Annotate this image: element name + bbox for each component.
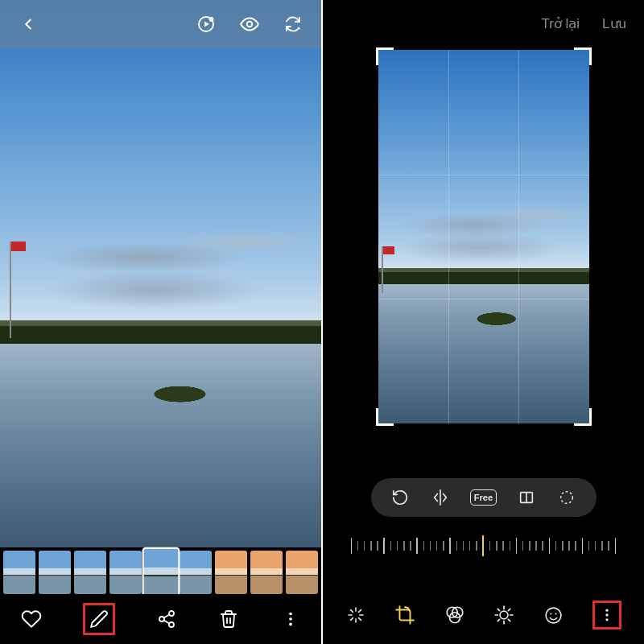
svg-line-32 — [498, 609, 500, 610]
thumbnail[interactable] — [180, 551, 212, 594]
editor-save-button[interactable]: Lưu — [602, 15, 626, 32]
crop-handle-br[interactable] — [574, 408, 592, 426]
editor-header: Trở lại Lưu — [323, 0, 644, 47]
auto-enhance-button[interactable] — [345, 605, 366, 625]
favorite-button[interactable] — [21, 609, 42, 630]
svg-line-7 — [163, 621, 169, 624]
editor-more-button-highlighted[interactable] — [592, 601, 621, 630]
share-button[interactable] — [156, 609, 177, 630]
view-eye-icon[interactable] — [239, 14, 260, 35]
flagpole-detail — [10, 242, 11, 338]
svg-point-9 — [289, 613, 292, 616]
svg-point-41 — [606, 618, 609, 621]
svg-point-27 — [500, 611, 508, 619]
thumbnail[interactable] — [39, 551, 71, 594]
crop-handle-tr[interactable] — [574, 47, 592, 65]
rule-of-thirds-grid — [378, 50, 589, 423]
svg-line-35 — [509, 609, 510, 610]
svg-line-33 — [509, 619, 510, 621]
svg-line-22 — [350, 618, 353, 621]
photo-viewer-screen — [0, 0, 321, 644]
video-play-icon[interactable] — [196, 14, 217, 35]
svg-point-10 — [289, 617, 292, 621]
svg-point-3 — [247, 22, 253, 27]
flag-detail — [383, 246, 394, 254]
svg-line-8 — [163, 615, 169, 618]
ruler-center-marker — [482, 535, 484, 556]
delete-button[interactable] — [218, 609, 239, 630]
editor-back-button[interactable]: Trở lại — [541, 15, 580, 32]
crop-handle-tl[interactable] — [376, 47, 394, 65]
thumbnail[interactable] — [109, 551, 142, 594]
flag-detail — [11, 242, 26, 251]
svg-point-15 — [560, 492, 572, 504]
svg-line-34 — [498, 619, 500, 621]
crop-canvas[interactable] — [378, 50, 589, 423]
lasso-button[interactable] — [556, 487, 577, 508]
main-photo[interactable] — [0, 0, 321, 547]
crop-tool-pill: Free — [371, 478, 597, 517]
svg-line-23 — [358, 610, 361, 613]
svg-point-40 — [606, 613, 609, 616]
back-button[interactable] — [18, 14, 39, 35]
svg-point-11 — [289, 623, 292, 626]
flip-horizontal-button[interactable] — [430, 487, 451, 508]
photo-editor-screen: Trở lại Lưu Free — [323, 0, 644, 644]
more-vertical-icon — [599, 607, 615, 623]
thumbnail[interactable] — [286, 551, 318, 594]
aspect-ratio-button[interactable]: Free — [470, 489, 497, 506]
viewer-top-bar — [0, 0, 321, 48]
sync-icon[interactable] — [283, 14, 303, 35]
crop-handle-bl[interactable] — [376, 408, 394, 426]
thumbnail[interactable] — [3, 551, 35, 594]
viewer-bottom-bar — [0, 594, 321, 644]
filters-tab[interactable] — [444, 605, 465, 625]
pencil-icon — [89, 609, 109, 629]
more-button[interactable] — [280, 609, 301, 630]
thumbnail-strip[interactable] — [0, 551, 321, 594]
svg-marker-1 — [204, 22, 209, 27]
editor-bottom-bar — [323, 586, 644, 644]
svg-point-39 — [606, 609, 609, 612]
svg-point-38 — [555, 613, 557, 614]
sticker-tab[interactable] — [543, 605, 564, 625]
edit-button-highlighted[interactable] — [83, 603, 115, 635]
thumbnail[interactable] — [74, 551, 106, 594]
svg-point-37 — [551, 613, 552, 614]
rotate-button[interactable] — [390, 487, 411, 508]
thumbnail[interactable] — [215, 551, 247, 594]
thumbnail[interactable] — [250, 551, 283, 594]
perspective-button[interactable] — [516, 487, 537, 508]
crop-tab-active[interactable] — [394, 605, 415, 625]
adjust-tab[interactable] — [493, 605, 514, 625]
svg-point-36 — [546, 608, 561, 623]
thumbnail-selected[interactable] — [142, 548, 179, 597]
rotation-ruler[interactable] — [323, 530, 644, 562]
svg-line-21 — [358, 618, 361, 621]
svg-line-20 — [350, 610, 353, 613]
